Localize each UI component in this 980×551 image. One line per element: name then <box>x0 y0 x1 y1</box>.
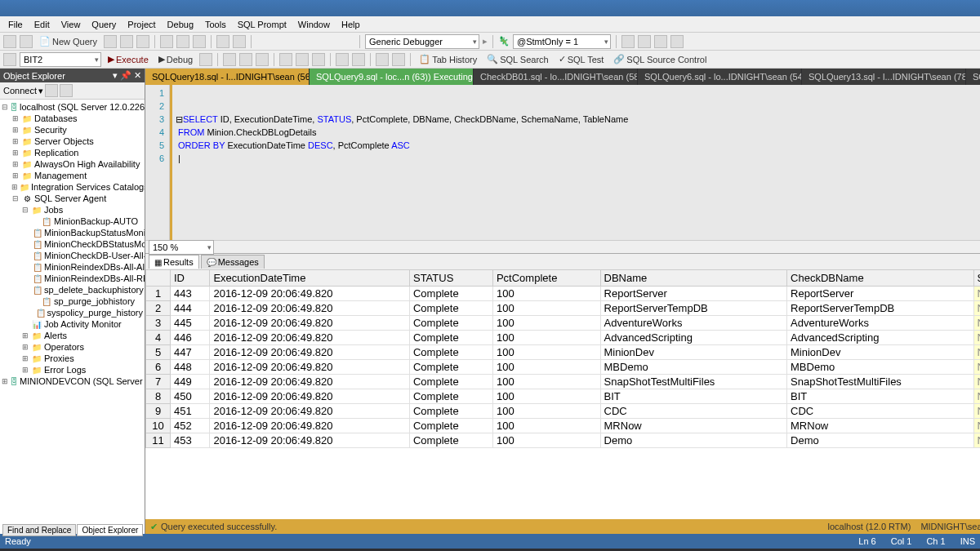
job-item[interactable]: 📋MinionCheckDB-User-All-Chec <box>2 250 143 261</box>
database-dropdown[interactable]: BIT2 <box>20 52 101 67</box>
redo-icon[interactable] <box>233 35 246 48</box>
table-cell[interactable]: MinionDev <box>787 345 974 360</box>
table-cell[interactable]: 2016-12-09 20:06:49.820 <box>210 345 410 360</box>
messages-tab[interactable]: 💬 Messages <box>201 255 265 269</box>
table-cell[interactable]: MRNow <box>787 419 974 433</box>
table-cell[interactable]: NULL <box>973 331 980 345</box>
table-row[interactable]: 74492016-12-09 20:06:49.820Complete100Sn… <box>146 375 981 389</box>
column-header[interactable]: STATUS <box>409 270 492 287</box>
table-cell[interactable]: AdventureWorks <box>787 316 974 331</box>
plan-icon[interactable] <box>239 53 252 66</box>
table-row[interactable]: 94512016-12-09 20:06:49.820Complete100CD… <box>146 404 981 419</box>
results-tab[interactable]: ▦ Results <box>149 255 199 269</box>
sql-test-button[interactable]: ✓ SQL Test <box>555 54 608 64</box>
job-item[interactable]: 📋MinionCheckDBStatusMonitor <box>2 238 143 250</box>
tool-icon-3[interactable] <box>654 35 667 48</box>
table-cell[interactable]: 2016-12-09 20:06:49.820 <box>210 316 410 331</box>
nav-fwd-icon[interactable] <box>20 35 33 48</box>
table-cell[interactable]: AdvancedScripting <box>787 331 974 345</box>
tab-query18[interactable]: SQLQuery18.sql - l...IDNIGHT\sean (56)) <box>145 69 309 85</box>
menu-file[interactable]: File <box>3 18 28 31</box>
job-item[interactable]: 📋sp_delete_backuphistory <box>2 284 143 295</box>
stmt-dropdown[interactable]: @StmtOnly = 1 <box>513 34 611 49</box>
table-cell[interactable]: Demo <box>787 433 974 448</box>
alerts-folder[interactable]: ⊞📁Alerts <box>2 330 143 341</box>
table-cell[interactable]: Complete <box>409 316 492 331</box>
table-cell[interactable]: 449 <box>171 375 210 389</box>
tab-checkdb01[interactable]: CheckDB01.sql - lo...IDNIGHT\sean (58))* <box>474 69 637 85</box>
table-cell[interactable]: BIT <box>600 389 787 404</box>
table-cell[interactable]: NULL <box>973 287 980 301</box>
connect-icon[interactable] <box>3 53 16 66</box>
table-cell[interactable]: 100 <box>492 375 600 389</box>
menu-sqlprompt[interactable]: SQL Prompt <box>233 18 292 31</box>
stop-icon[interactable] <box>199 53 212 66</box>
server-node-2[interactable]: ⊞🗄MINIONDEVCON (SQL Server 12.0.2000.8 - <box>2 375 143 387</box>
table-cell[interactable]: Complete <box>409 419 492 433</box>
code-content[interactable]: ⊟SELECT ID, ExecutionDateTime, STATUS, P… <box>170 85 980 240</box>
table-cell[interactable]: Complete <box>409 389 492 404</box>
table-cell[interactable]: NULL <box>973 433 980 448</box>
comment-icon[interactable] <box>336 53 349 66</box>
table-row[interactable]: 14432016-12-09 20:06:49.820Complete100Re… <box>146 287 981 301</box>
table-cell[interactable]: 100 <box>492 301 600 316</box>
column-header[interactable]: CheckDBName <box>787 270 974 287</box>
table-cell[interactable]: Complete <box>409 287 492 301</box>
table-cell[interactable]: 2016-12-09 20:06:49.820 <box>210 301 410 316</box>
results-file-icon[interactable] <box>312 53 325 66</box>
table-cell[interactable]: 4 <box>146 331 171 345</box>
table-cell[interactable]: 444 <box>171 301 210 316</box>
table-cell[interactable]: 448 <box>171 360 210 375</box>
table-cell[interactable]: SnapShotTestMultiFiles <box>600 375 787 389</box>
new-query-button[interactable]: 📄 New Query <box>36 36 100 47</box>
tab-query12[interactable]: SQLQuery12.sql - l...IDNIGHT\sean (78))* <box>966 69 980 85</box>
table-cell[interactable]: 11 <box>146 433 171 448</box>
menu-query[interactable]: Query <box>87 18 121 31</box>
server-objects-folder[interactable]: ⊞📁Server Objects <box>2 136 143 147</box>
job-activity-monitor[interactable]: 📊Job Activity Monitor <box>2 318 143 330</box>
tool-icon-2[interactable] <box>638 35 651 48</box>
table-cell[interactable]: Demo <box>600 433 787 448</box>
debugger-dropdown[interactable]: Generic Debugger <box>365 34 479 49</box>
table-cell[interactable]: 2016-12-09 20:06:49.820 <box>210 287 410 301</box>
table-cell[interactable]: 100 <box>492 404 600 419</box>
job-item[interactable]: 📋MinionReindexDBs-All-REORG <box>2 273 143 284</box>
table-cell[interactable]: 450 <box>171 389 210 404</box>
table-cell[interactable]: MinionDev <box>600 345 787 360</box>
error-logs-folder[interactable]: ⊞📁Error Logs <box>2 364 143 375</box>
column-header[interactable]: ExecutionDateTime <box>210 270 410 287</box>
oe-filter-icon[interactable] <box>60 84 73 97</box>
jobs-folder[interactable]: ⊟📁Jobs <box>2 204 143 216</box>
replication-folder[interactable]: ⊞📁Replication <box>2 147 143 158</box>
table-cell[interactable]: MBDemo <box>600 360 787 375</box>
save-icon[interactable] <box>120 35 133 48</box>
operators-folder[interactable]: ⊞📁Operators <box>2 341 143 353</box>
ssis-folder[interactable]: ⊞📁Integration Services Catalogs <box>2 181 143 193</box>
copy-icon[interactable] <box>176 35 189 48</box>
tab-query9[interactable]: SQLQuery9.sql - loc...n (63)) Executing.… <box>310 69 473 85</box>
security-folder[interactable]: ⊞📁Security <box>2 124 143 136</box>
table-cell[interactable]: 3 <box>146 316 171 331</box>
table-cell[interactable]: 452 <box>171 419 210 433</box>
execute-button[interactable]: ▶ Execute <box>105 54 152 64</box>
table-cell[interactable]: Complete <box>409 375 492 389</box>
table-cell[interactable]: 100 <box>492 316 600 331</box>
menu-edit[interactable]: Edit <box>29 18 55 31</box>
table-cell[interactable]: 8 <box>146 389 171 404</box>
save-all-icon[interactable] <box>136 35 149 48</box>
table-cell[interactable]: Complete <box>409 331 492 345</box>
menu-tools[interactable]: Tools <box>200 18 231 31</box>
column-header[interactable]: DBName <box>600 270 787 287</box>
uncomment-icon[interactable] <box>352 53 365 66</box>
table-cell[interactable]: CDC <box>787 404 974 419</box>
table-row[interactable]: 54472016-12-09 20:06:49.820Complete100Mi… <box>146 345 981 360</box>
table-row[interactable]: 24442016-12-09 20:06:49.820Complete100Re… <box>146 301 981 316</box>
table-cell[interactable]: SnapShotTestMultiFiles <box>787 375 974 389</box>
table-cell[interactable]: Complete <box>409 404 492 419</box>
job-item[interactable]: 📋MinionBackupStatusMonitor <box>2 227 143 238</box>
table-row[interactable]: 44462016-12-09 20:06:49.820Complete100Ad… <box>146 331 981 345</box>
connect-button[interactable]: Connect <box>3 86 37 96</box>
table-cell[interactable]: 2016-12-09 20:06:49.820 <box>210 331 410 345</box>
table-cell[interactable]: ReportServer <box>600 287 787 301</box>
table-cell[interactable]: NULL <box>973 404 980 419</box>
